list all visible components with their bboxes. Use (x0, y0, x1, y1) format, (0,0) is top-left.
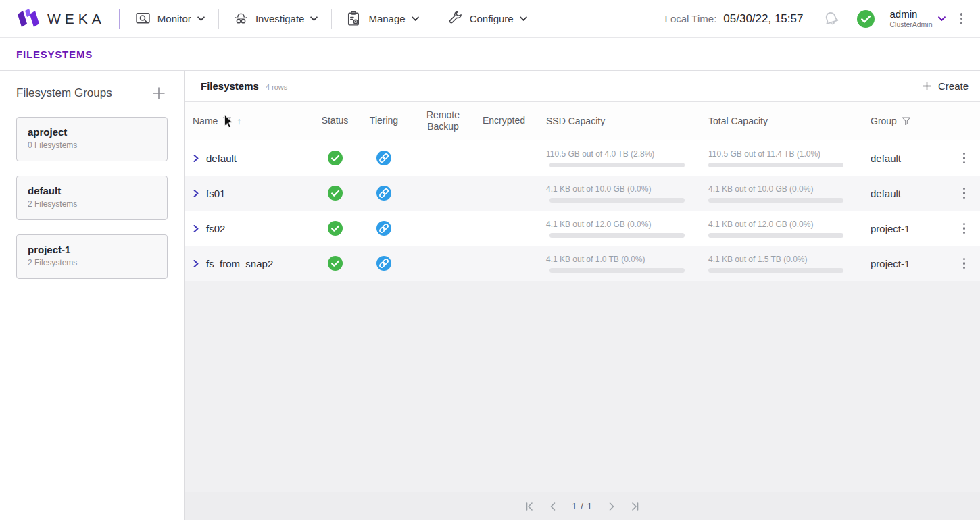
pagination-bar: 1 / 1 (185, 492, 980, 520)
group-name: project-1 (28, 244, 156, 255)
add-group-button[interactable] (150, 84, 168, 102)
ssd-capacity-cell: 110.5 GB out of 4.0 TB (2.8%) (536, 149, 708, 167)
group-cell: default (871, 188, 948, 199)
table-row[interactable]: default 110.5 GB out of 4.0 TB (2.8%) 11… (185, 140, 980, 176)
total-capacity-text: 4.1 KB out of 12.0 GB (0.0%) (708, 219, 871, 229)
manage-icon (345, 10, 362, 27)
expand-chevron-icon[interactable] (193, 155, 199, 162)
column-header-group[interactable]: Group (871, 115, 948, 126)
group-count: 0 Filesystems (28, 140, 156, 150)
status-ok-icon (328, 256, 343, 271)
chevron-down-icon (938, 16, 946, 21)
chevron-down-icon (520, 16, 527, 21)
nav-manage[interactable]: Manage (344, 7, 420, 30)
plus-icon (922, 81, 932, 91)
table-empty-area (185, 281, 980, 492)
group-count: 2 Filesystems (28, 199, 156, 209)
total-capacity-bar (708, 233, 843, 238)
cluster-status-badge[interactable] (857, 10, 875, 28)
topbar: WEKA Monitor (0, 0, 980, 38)
sidebar-title: Filesystem Groups (16, 86, 112, 100)
column-header-remote-backup[interactable]: Remote Backup (414, 109, 472, 133)
divider (331, 9, 332, 29)
total-capacity-cell: 4.1 KB out of 12.0 GB (0.0%) (708, 219, 871, 238)
column-header-tiering[interactable]: Tiering (353, 115, 414, 127)
nav-configure[interactable]: Configure (445, 7, 529, 30)
create-button-label: Create (938, 80, 969, 92)
brand[interactable]: WEKA (16, 9, 105, 29)
app-window: WEKA Monitor (0, 0, 980, 520)
group-card-project-1[interactable]: project-1 2 Filesystems (16, 234, 168, 279)
nav-investigate-label: Investigate (255, 13, 305, 24)
divider (541, 9, 541, 29)
nav-monitor[interactable]: Monitor (133, 7, 206, 30)
prev-page-button[interactable] (549, 502, 557, 511)
row-menu-button[interactable] (958, 255, 971, 272)
sort-ascending-icon[interactable]: ↑ (237, 115, 241, 126)
table-row[interactable]: fs01 4.1 KB out of 10.0 GB (0.0%) 4.1 KB… (185, 176, 980, 211)
group-card-aproject[interactable]: aproject 0 Filesystems (16, 117, 168, 161)
column-header-row: Name ↑ Status Tiering Remote Backup Encr… (185, 102, 980, 140)
monitor-icon (134, 10, 151, 27)
column-header-name[interactable]: Name ↑ (185, 115, 316, 126)
row-menu-button[interactable] (958, 150, 971, 167)
total-capacity-bar (708, 268, 843, 273)
total-capacity-text: 4.1 KB out of 10.0 GB (0.0%) (708, 184, 871, 194)
chevron-down-icon (310, 16, 318, 21)
last-page-button[interactable] (631, 502, 640, 511)
row-menu-button[interactable] (958, 220, 971, 237)
table-row[interactable]: fs02 4.1 KB out of 12.0 GB (0.0%) 4.1 KB… (185, 211, 980, 246)
nav-investigate[interactable]: Investigate (231, 7, 320, 30)
topbar-overflow-menu[interactable] (955, 10, 969, 27)
tiering-active-icon[interactable] (376, 256, 391, 271)
total-capacity-bar (708, 198, 843, 203)
divider (433, 9, 433, 29)
local-time: Local Time: 05/30/22, 15:57 (665, 12, 804, 26)
user-role: ClusterAdmin (889, 20, 932, 28)
column-header-encrypted[interactable]: Encrypted (472, 115, 536, 127)
filesystem-name: default (206, 153, 237, 164)
filter-icon[interactable] (902, 116, 911, 126)
next-page-button[interactable] (608, 502, 616, 511)
ssd-capacity-bar (549, 163, 685, 167)
first-page-button[interactable] (524, 502, 534, 511)
total-capacity-text: 110.5 GB out of 11.4 TB (1.0%) (708, 149, 871, 159)
user-menu[interactable]: admin ClusterAdmin (889, 9, 945, 28)
status-ok-icon (328, 221, 343, 236)
column-label: Name (193, 115, 218, 126)
column-header-total-capacity[interactable]: Total Capacity (708, 115, 871, 126)
notifications-bell-icon[interactable] (822, 9, 841, 28)
create-button[interactable]: Create (910, 71, 980, 101)
filesystems-panel: Filesystems 4 rows Create Name ↑ (185, 71, 980, 520)
column-label: Group (871, 115, 897, 126)
row-menu-button[interactable] (958, 185, 971, 202)
column-header-ssd-capacity[interactable]: SSD Capacity (536, 115, 708, 126)
expand-chevron-icon[interactable] (193, 260, 199, 267)
tiering-active-icon[interactable] (376, 221, 391, 236)
expand-chevron-icon[interactable] (193, 225, 199, 232)
table-header-bar: Filesystems 4 rows Create (185, 71, 980, 102)
group-card-default[interactable]: default 2 Filesystems (16, 176, 168, 220)
page-title-bar: FILESYSTEMS (0, 38, 980, 71)
nav-manage-label: Manage (368, 13, 405, 24)
ssd-capacity-bar (549, 233, 685, 238)
table-title: Filesystems (201, 80, 259, 92)
tiering-active-icon[interactable] (376, 151, 391, 165)
group-cell: project-1 (871, 258, 948, 269)
ssd-capacity-text: 4.1 KB out of 12.0 GB (0.0%) (546, 219, 708, 229)
local-time-value: 05/30/22, 15:57 (723, 12, 803, 26)
ssd-capacity-text: 4.1 KB out of 10.0 GB (0.0%) (546, 184, 708, 194)
total-capacity-text: 4.1 KB out of 1.5 TB (0.0%) (708, 255, 871, 264)
group-name: aproject (28, 126, 156, 138)
local-time-label: Local Time: (665, 13, 717, 24)
group-count: 2 Filesystems (28, 258, 156, 267)
column-header-status[interactable]: Status (316, 115, 353, 127)
filter-icon[interactable] (222, 116, 232, 126)
total-capacity-cell: 4.1 KB out of 1.5 TB (0.0%) (708, 255, 871, 273)
ssd-capacity-bar (549, 198, 685, 203)
table-row[interactable]: fs_from_snap2 4.1 KB out of 1.0 TB (0.0%… (185, 246, 980, 281)
group-name: default (28, 185, 156, 197)
tiering-active-icon[interactable] (376, 186, 391, 201)
chevron-down-icon (197, 16, 205, 21)
expand-chevron-icon[interactable] (193, 190, 199, 197)
